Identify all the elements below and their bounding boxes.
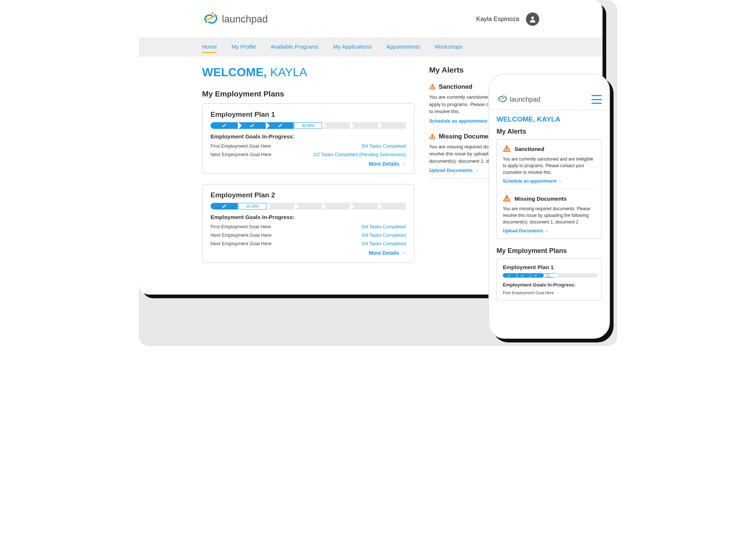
progress-step-empty — [351, 203, 378, 210]
progress-indicator: 40-60% — [503, 273, 596, 278]
svg-point-6 — [503, 95, 504, 96]
goal-status: 3/4 Tasks Completed — [361, 224, 406, 229]
progress-step-partial: 10-20% — [239, 203, 266, 210]
goal-status: 3/4 Tasks Completed — [361, 241, 406, 246]
mobile-header: launchpad — [489, 89, 609, 110]
plan-title: Employment Plan 1 — [211, 110, 406, 119]
employment-plan-card[interactable]: Employment Plan 2 10-20% Employment Goal… — [202, 184, 414, 263]
svg-rect-9 — [506, 197, 507, 199]
brand-name: launchpad — [510, 96, 540, 103]
hamburger-menu-icon[interactable] — [591, 95, 602, 104]
warning-icon — [429, 133, 436, 140]
goal-row: Next Employment Goal Here2/2 Tasks Compl… — [211, 152, 406, 157]
logo-mark-icon — [497, 94, 508, 105]
alert-body: You are missing required documents. Plea… — [503, 205, 596, 225]
svg-rect-2 — [432, 86, 433, 88]
goal-status: 3/4 Tasks Completed — [361, 143, 406, 149]
plans-section-title: My Employment Plans — [202, 89, 414, 98]
svg-rect-4 — [432, 135, 433, 137]
device-mockup-stage: launchpad Kayla Espinoza Home My Profile… — [139, 0, 617, 346]
welcome-heading: WELCOME, KAYLA — [202, 66, 414, 79]
progress-step-partial: 40-60% — [294, 122, 322, 129]
mobile-welcome-heading: WELCOME, KAYLA — [497, 115, 602, 123]
progress-indicator: 40-60% — [211, 122, 406, 129]
nav-appointments[interactable]: Appointments — [386, 41, 420, 53]
svg-rect-10 — [506, 200, 507, 201]
alert-action-link[interactable]: Schedule an appointment → — [503, 179, 596, 184]
nav-available-programs[interactable]: Available Programs — [271, 41, 319, 53]
desktop-header: launchpad Kayla Espinoza — [139, 0, 603, 38]
mobile-alert: Sanctioned You are currently sanctioned … — [503, 145, 596, 189]
brand-name: launchpad — [222, 14, 268, 25]
progress-step-empty — [323, 203, 350, 210]
svg-rect-3 — [432, 88, 433, 89]
goal-label: First Employment Goal Here — [211, 224, 271, 229]
progress-step-empty — [556, 273, 569, 278]
mobile-plan-card[interactable]: Employment Plan 1 40-60% Employment Goal… — [497, 258, 602, 300]
goals-header: Employment Goals In-Progress: — [503, 282, 596, 288]
alert-title: Missing Documents — [515, 196, 567, 202]
progress-step-empty — [379, 122, 406, 129]
alert-body: You are currently sanctioned and are ine… — [503, 156, 596, 176]
nav-home[interactable]: Home — [202, 41, 217, 53]
plan-title: Employment Plan 1 — [503, 264, 596, 270]
progress-step-done — [239, 122, 266, 129]
goal-row: First Employment Goal Here3/4 Tasks Comp… — [211, 143, 406, 149]
nav-workshops[interactable]: Workshops — [435, 41, 462, 53]
svg-rect-8 — [506, 150, 507, 151]
svg-rect-5 — [432, 138, 433, 138]
warning-icon — [503, 145, 511, 153]
progress-step-empty — [267, 203, 294, 210]
goal-label: Next Employment Goal Here — [211, 241, 271, 246]
left-column: WELCOME, KAYLA My Employment Plans Emplo… — [202, 66, 414, 280]
goal-label: First Employment Goal Here — [503, 291, 596, 295]
brand-logo[interactable]: launchpad — [202, 11, 268, 27]
goal-row: Next Employment Goal Here3/4 Tasks Compl… — [211, 232, 406, 238]
alert-title: Sanctioned — [515, 146, 544, 152]
progress-step-empty — [323, 122, 350, 129]
logo-mark-icon — [202, 11, 220, 27]
mobile-alerts-card: Sanctioned You are currently sanctioned … — [497, 139, 602, 239]
progress-step-done — [503, 273, 516, 278]
progress-step-empty — [379, 203, 406, 210]
goal-status: 2/2 Tasks Completed (Pending Submission) — [313, 152, 406, 157]
plan-title: Employment Plan 2 — [211, 191, 406, 199]
user-name-label: Kayla Espinoza — [476, 15, 519, 23]
progress-step-empty — [569, 273, 582, 278]
progress-step-empty — [351, 122, 378, 129]
nav-my-profile[interactable]: My Profile — [232, 41, 256, 53]
progress-step-empty — [583, 273, 596, 278]
progress-step-done — [211, 203, 238, 210]
progress-step-done — [211, 122, 238, 129]
mobile-brand-logo[interactable]: launchpad — [497, 94, 540, 105]
alert-title: Sanctioned — [439, 83, 473, 91]
svg-point-0 — [211, 12, 213, 14]
mobile-body: WELCOME, KAYLA My Alerts Sanctioned You … — [489, 110, 609, 338]
svg-point-1 — [531, 17, 534, 19]
goal-row: Next Employment Goal Here3/4 Tasks Compl… — [211, 241, 406, 246]
user-menu[interactable]: Kayla Espinoza — [476, 13, 539, 26]
goals-header: Employment Goals In-Progress: — [211, 214, 406, 220]
mobile-plans-title: My Employment Plans — [497, 247, 602, 255]
nav-my-applications[interactable]: My Applications — [333, 41, 372, 53]
goal-status: 3/4 Tasks Completed — [361, 232, 406, 238]
more-details-link[interactable]: More Details → — [211, 250, 406, 256]
progress-indicator: 10-20% — [211, 203, 406, 210]
phone-frame: launchpad WELCOME, KAYLA My Alerts Sanct… — [488, 74, 610, 339]
avatar-icon — [526, 13, 539, 26]
employment-plan-card[interactable]: Employment Plan 1 40-60% Employment Goal… — [202, 103, 414, 174]
goal-row: First Employment Goal Here3/4 Tasks Comp… — [211, 224, 406, 229]
progress-step-done — [529, 273, 542, 278]
progress-step-empty — [295, 203, 322, 210]
more-details-link[interactable]: More Details → — [211, 161, 406, 167]
mobile-alert: Missing Documents You are missing requir… — [503, 194, 596, 233]
warning-icon — [429, 84, 436, 90]
primary-nav: Home My Profile Available Programs My Ap… — [139, 38, 603, 57]
goal-label: Next Employment Goal Here — [211, 152, 271, 157]
warning-icon — [503, 194, 511, 203]
goal-label: First Employment Goal Here — [211, 143, 271, 149]
alert-action-link[interactable]: Upload Documents → — [503, 228, 596, 233]
phone-notch — [522, 74, 577, 85]
goals-header: Employment Goals In-Progress: — [211, 133, 406, 140]
progress-step-done — [516, 273, 529, 278]
